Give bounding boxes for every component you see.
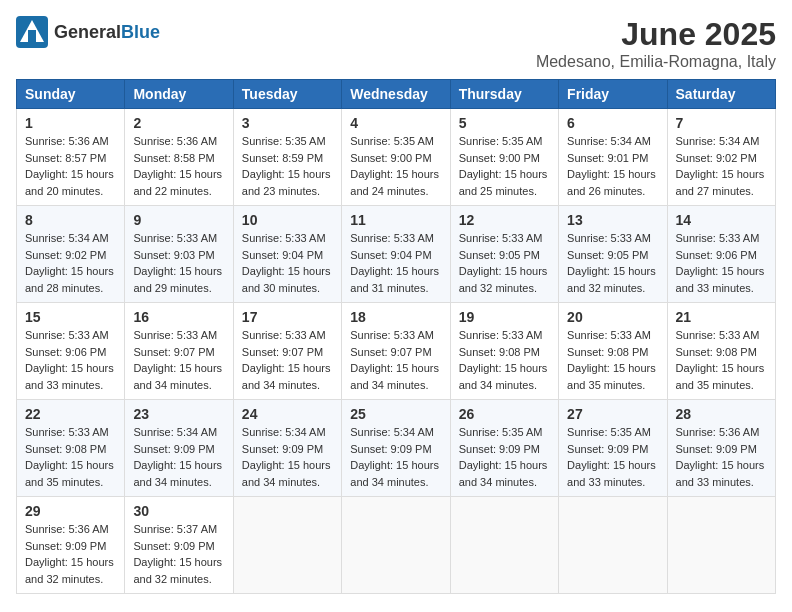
table-row: 16Sunrise: 5:33 AMSunset: 9:07 PMDayligh… <box>125 303 233 400</box>
table-row: 12Sunrise: 5:33 AMSunset: 9:05 PMDayligh… <box>450 206 558 303</box>
calendar-week-5: 29Sunrise: 5:36 AMSunset: 9:09 PMDayligh… <box>17 497 776 594</box>
calendar-week-1: 1Sunrise: 5:36 AMSunset: 8:57 PMDaylight… <box>17 109 776 206</box>
table-row: 21Sunrise: 5:33 AMSunset: 9:08 PMDayligh… <box>667 303 775 400</box>
logo-general: General <box>54 22 121 42</box>
table-row <box>559 497 667 594</box>
table-row: 25Sunrise: 5:34 AMSunset: 9:09 PMDayligh… <box>342 400 450 497</box>
table-row: 1Sunrise: 5:36 AMSunset: 8:57 PMDaylight… <box>17 109 125 206</box>
col-monday: Monday <box>125 80 233 109</box>
calendar-week-4: 22Sunrise: 5:33 AMSunset: 9:08 PMDayligh… <box>17 400 776 497</box>
table-row: 11Sunrise: 5:33 AMSunset: 9:04 PMDayligh… <box>342 206 450 303</box>
col-tuesday: Tuesday <box>233 80 341 109</box>
title-block: June 2025 Medesano, Emilia-Romagna, Ital… <box>536 16 776 71</box>
table-row: 22Sunrise: 5:33 AMSunset: 9:08 PMDayligh… <box>17 400 125 497</box>
table-row: 23Sunrise: 5:34 AMSunset: 9:09 PMDayligh… <box>125 400 233 497</box>
table-row: 2Sunrise: 5:36 AMSunset: 8:58 PMDaylight… <box>125 109 233 206</box>
logo-blue: Blue <box>121 22 160 42</box>
logo-text: GeneralBlue <box>54 22 160 43</box>
table-row: 27Sunrise: 5:35 AMSunset: 9:09 PMDayligh… <box>559 400 667 497</box>
logo: GeneralBlue <box>16 16 160 48</box>
table-row: 10Sunrise: 5:33 AMSunset: 9:04 PMDayligh… <box>233 206 341 303</box>
table-row: 6Sunrise: 5:34 AMSunset: 9:01 PMDaylight… <box>559 109 667 206</box>
table-row: 5Sunrise: 5:35 AMSunset: 9:00 PMDaylight… <box>450 109 558 206</box>
table-row <box>450 497 558 594</box>
table-row: 29Sunrise: 5:36 AMSunset: 9:09 PMDayligh… <box>17 497 125 594</box>
calendar-week-2: 8Sunrise: 5:34 AMSunset: 9:02 PMDaylight… <box>17 206 776 303</box>
svg-rect-2 <box>28 30 36 42</box>
table-row: 28Sunrise: 5:36 AMSunset: 9:09 PMDayligh… <box>667 400 775 497</box>
table-row: 24Sunrise: 5:34 AMSunset: 9:09 PMDayligh… <box>233 400 341 497</box>
table-row: 14Sunrise: 5:33 AMSunset: 9:06 PMDayligh… <box>667 206 775 303</box>
table-row: 13Sunrise: 5:33 AMSunset: 9:05 PMDayligh… <box>559 206 667 303</box>
table-row: 17Sunrise: 5:33 AMSunset: 9:07 PMDayligh… <box>233 303 341 400</box>
table-row: 18Sunrise: 5:33 AMSunset: 9:07 PMDayligh… <box>342 303 450 400</box>
calendar-table: Sunday Monday Tuesday Wednesday Thursday… <box>16 79 776 594</box>
calendar-week-3: 15Sunrise: 5:33 AMSunset: 9:06 PMDayligh… <box>17 303 776 400</box>
table-row <box>233 497 341 594</box>
table-row: 26Sunrise: 5:35 AMSunset: 9:09 PMDayligh… <box>450 400 558 497</box>
table-row <box>342 497 450 594</box>
table-row: 19Sunrise: 5:33 AMSunset: 9:08 PMDayligh… <box>450 303 558 400</box>
table-row <box>667 497 775 594</box>
col-wednesday: Wednesday <box>342 80 450 109</box>
col-thursday: Thursday <box>450 80 558 109</box>
logo-icon <box>16 16 48 48</box>
col-sunday: Sunday <box>17 80 125 109</box>
calendar-header-row: Sunday Monday Tuesday Wednesday Thursday… <box>17 80 776 109</box>
table-row: 30Sunrise: 5:37 AMSunset: 9:09 PMDayligh… <box>125 497 233 594</box>
table-row: 9Sunrise: 5:33 AMSunset: 9:03 PMDaylight… <box>125 206 233 303</box>
page-header: GeneralBlue June 2025 Medesano, Emilia-R… <box>16 16 776 71</box>
table-row: 15Sunrise: 5:33 AMSunset: 9:06 PMDayligh… <box>17 303 125 400</box>
table-row: 7Sunrise: 5:34 AMSunset: 9:02 PMDaylight… <box>667 109 775 206</box>
table-row: 3Sunrise: 5:35 AMSunset: 8:59 PMDaylight… <box>233 109 341 206</box>
col-friday: Friday <box>559 80 667 109</box>
table-row: 4Sunrise: 5:35 AMSunset: 9:00 PMDaylight… <box>342 109 450 206</box>
table-row: 8Sunrise: 5:34 AMSunset: 9:02 PMDaylight… <box>17 206 125 303</box>
subtitle: Medesano, Emilia-Romagna, Italy <box>536 53 776 71</box>
table-row: 20Sunrise: 5:33 AMSunset: 9:08 PMDayligh… <box>559 303 667 400</box>
main-title: June 2025 <box>536 16 776 53</box>
col-saturday: Saturday <box>667 80 775 109</box>
